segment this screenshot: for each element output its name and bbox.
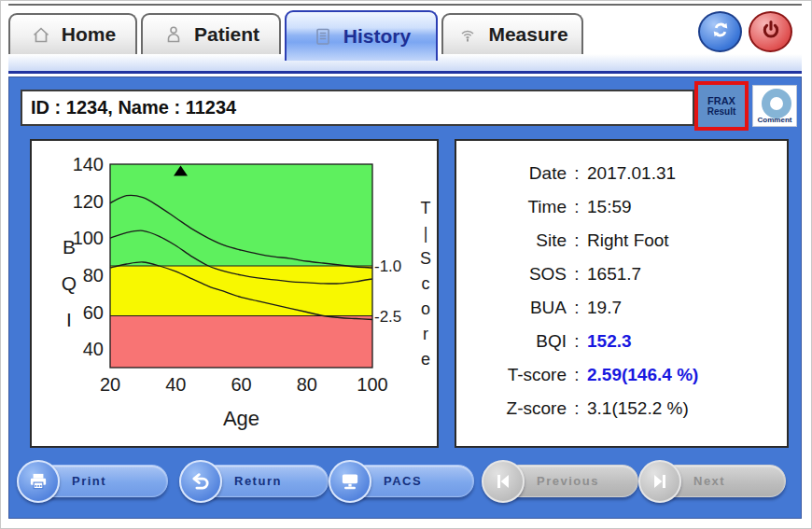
- frax-label-line2: Result: [707, 106, 736, 118]
- tab-history[interactable]: History: [285, 10, 438, 61]
- svg-text:40: 40: [83, 339, 104, 359]
- button-label: PACS: [384, 474, 422, 488]
- history-icon: [312, 25, 334, 48]
- result-row-date: Date:2017.01.31: [456, 157, 787, 190]
- result-value: 2.59(146.4 %): [587, 365, 787, 385]
- result-label: SOS: [456, 264, 567, 285]
- button-label: Return: [234, 474, 282, 488]
- pacs-icon: [329, 460, 371, 503]
- next-button[interactable]: Next: [638, 460, 786, 505]
- patient-id-text: ID : 1234, Name : 11234: [31, 97, 236, 118]
- result-row-z-score: Z-score:3.1(152.2 %): [456, 392, 787, 425]
- frax-result-button[interactable]: FRAX Result: [694, 81, 749, 131]
- previous-button[interactable]: Previous: [482, 460, 638, 505]
- button-label: Print: [72, 474, 106, 488]
- result-separator: :: [570, 298, 583, 318]
- tab-patient[interactable]: Patient: [141, 13, 281, 54]
- zone-osteopenia: [110, 266, 372, 316]
- zone-osteoporosis: [110, 316, 372, 368]
- svg-text:120: 120: [73, 191, 104, 212]
- result-separator: :: [570, 365, 583, 385]
- result-separator: :: [570, 331, 583, 352]
- svg-text:20: 20: [100, 374, 120, 395]
- result-separator: :: [570, 264, 583, 285]
- return-button[interactable]: Return: [179, 460, 329, 505]
- button-label: Previous: [537, 474, 599, 488]
- button-label: Next: [693, 474, 725, 488]
- power-button[interactable]: [749, 11, 792, 52]
- comment-button[interactable]: Comment: [752, 85, 797, 127]
- patient-icon: [162, 23, 185, 46]
- svg-text:Age: Age: [223, 407, 259, 430]
- result-separator: :: [570, 163, 583, 184]
- svg-text:-2.5: -2.5: [374, 308, 401, 326]
- previous-icon: [482, 460, 525, 503]
- refresh-icon: [708, 18, 733, 46]
- svg-text:-1.0: -1.0: [374, 258, 401, 275]
- device-screen: HomePatientHistoryMeasure ID : 1234, Nam…: [0, 0, 812, 529]
- comment-icon: [762, 89, 791, 118]
- result-separator: :: [570, 197, 583, 217]
- result-label: Date: [456, 163, 567, 184]
- svg-text:100: 100: [357, 374, 387, 395]
- svg-text:S: S: [420, 249, 431, 268]
- result-label: Time: [456, 197, 567, 217]
- print-icon: [17, 460, 60, 503]
- result-value: 152.3: [587, 331, 787, 352]
- pacs-button[interactable]: PACS: [329, 460, 474, 505]
- measure-icon: [456, 23, 479, 46]
- print-button[interactable]: Print: [17, 460, 168, 505]
- home-icon: [30, 23, 52, 46]
- svg-text:o: o: [421, 299, 430, 318]
- refresh-button[interactable]: [698, 11, 742, 52]
- result-value: 1651.7: [587, 264, 787, 285]
- result-label: Z-score: [456, 398, 567, 419]
- svg-text:80: 80: [297, 374, 317, 395]
- bqi-age-chart: 14012010080604020406080100AgeBQI-1.0-2.5…: [32, 141, 437, 446]
- footer-button-bar: PrintReturnPACSPreviousNext: [9, 460, 801, 507]
- patient-id-bar: ID : 1234, Name : 11234: [21, 90, 694, 126]
- result-row-bua: BUA:19.7: [456, 291, 787, 325]
- svg-text:r: r: [423, 325, 428, 343]
- result-row-t-score: T-score:2.59(146.4 %): [456, 358, 787, 392]
- measurement-results-panel: Date:2017.01.31Time:15:59Site:Right Foot…: [455, 139, 789, 448]
- result-value: 3.1(152.2 %): [587, 398, 787, 419]
- svg-text:c: c: [422, 274, 430, 293]
- svg-text:I: I: [66, 309, 72, 330]
- svg-text:40: 40: [165, 374, 186, 395]
- next-icon: [638, 460, 681, 503]
- result-value: 15:59: [587, 197, 787, 217]
- tab-bar: HomePatientHistoryMeasure: [8, 4, 802, 54]
- result-value: 19.7: [587, 298, 787, 318]
- svg-text:60: 60: [231, 374, 251, 395]
- comment-label: Comment: [753, 116, 796, 124]
- svg-text:80: 80: [83, 265, 104, 285]
- result-label: Site: [456, 230, 567, 251]
- svg-text:e: e: [421, 350, 430, 369]
- tab-label: History: [343, 25, 411, 48]
- result-label: BQI: [456, 331, 567, 352]
- svg-text:100: 100: [73, 228, 104, 248]
- tab-home[interactable]: Home: [8, 13, 137, 54]
- result-row-sos: SOS:1651.7: [456, 258, 787, 291]
- result-label: BUA: [456, 298, 567, 318]
- svg-text:|: |: [424, 224, 428, 243]
- svg-text:60: 60: [83, 302, 104, 323]
- tab-measure[interactable]: Measure: [441, 13, 583, 54]
- result-value: Right Foot: [587, 230, 787, 251]
- svg-text:B: B: [63, 236, 76, 258]
- tab-label: Home: [62, 23, 116, 46]
- tab-label: Measure: [488, 23, 567, 46]
- svg-text:Q: Q: [62, 272, 77, 294]
- tab-label: Patient: [194, 23, 259, 46]
- result-row-site: Site:Right Foot: [456, 224, 787, 258]
- bqi-age-chart-panel: 14012010080604020406080100AgeBQI-1.0-2.5…: [30, 139, 439, 448]
- main-area: ID : 1234, Name : 11234 FRAX Result Comm…: [8, 77, 802, 519]
- svg-text:140: 140: [73, 154, 104, 174]
- result-label: T-score: [456, 365, 567, 385]
- result-separator: :: [570, 398, 583, 419]
- svg-text:T: T: [421, 199, 431, 217]
- result-row-time: Time:15:59: [456, 190, 787, 224]
- power-icon: [759, 18, 783, 46]
- result-separator: :: [570, 230, 583, 251]
